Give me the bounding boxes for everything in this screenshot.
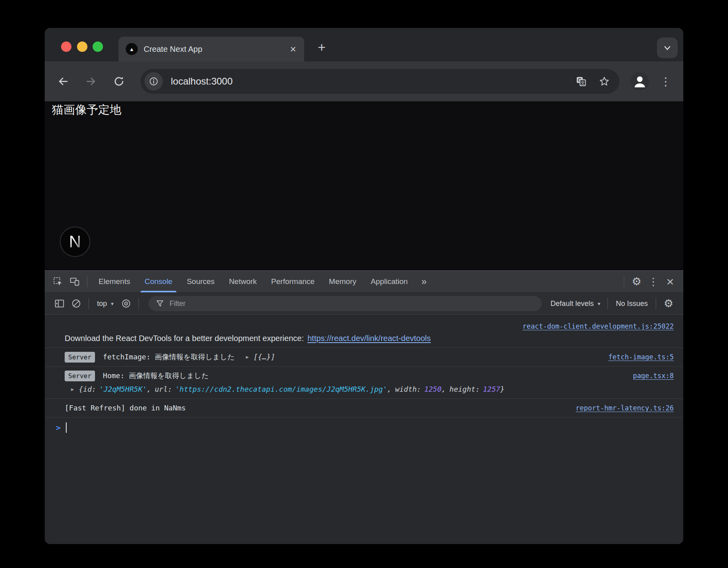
source-link[interactable]: report-hmr-latency.ts:26 [568,402,674,414]
fullscreen-window-button[interactable] [93,41,103,52]
context-selector[interactable]: top ▾ [93,300,118,308]
clear-console-button[interactable] [68,295,85,312]
reload-button[interactable] [110,73,128,90]
devtools-close-button[interactable]: × [662,273,679,290]
console-filter[interactable] [148,296,542,311]
browser-menu-button[interactable]: ⋮ [659,75,673,88]
gear-icon: ⚙ [664,298,673,309]
info-icon [149,77,158,86]
divider [656,298,656,309]
page-content: 猫画像予定地 N [45,101,683,270]
gear-icon: ⚙ [632,276,641,287]
source-link[interactable]: page.tsx:8 [625,370,674,382]
console-entry: Server fetchImage: 画像情報を取得しました ▶ [{…}] f… [45,348,683,367]
object-number-value: 1257 [483,383,500,395]
array-preview[interactable]: [{…}] [253,351,275,363]
object-key: width: [395,383,421,395]
bookmark-button[interactable] [599,76,610,87]
filter-input[interactable] [170,300,535,308]
site-info-button[interactable] [144,72,163,91]
chevron-down-icon: ▾ [597,301,600,307]
devtools-menu-button[interactable]: ⋮ [645,273,662,290]
comma: , [441,383,446,395]
expand-triangle-icon[interactable]: ▶ [71,383,74,395]
eye-icon [121,298,131,309]
log-levels-dropdown[interactable]: Default levels ▾ [547,300,603,308]
reload-icon [113,75,125,87]
close-window-button[interactable] [61,41,71,52]
inspect-element-button[interactable] [49,273,66,290]
address-bar[interactable]: localhost:3000 G 文 [140,69,619,94]
device-toolbar-button[interactable] [66,273,83,290]
tab-performance[interactable]: Performance [264,271,322,292]
browser-window: ▲ Create Next App × + [45,28,683,544]
devtools-panel: Elements Console Sources Network Perform… [45,270,683,544]
console-message: Home: 画像情報を取得しました [103,370,209,382]
expand-triangle-icon[interactable]: ▶ [246,351,249,363]
svg-text:文: 文 [581,81,585,85]
devtools-tab-bar: Elements Console Sources Network Perform… [45,271,683,293]
nextjs-logo: N [69,232,81,251]
tab-close-icon[interactable]: × [289,44,297,54]
console-entry: Server Home: 画像情報を取得しました page.tsx:8 ▶ { … [45,367,683,399]
divider [87,276,87,287]
url-text[interactable]: localhost:3000 [171,76,564,87]
console-entry: react-dom-client.development.js:25022 Do… [45,317,683,348]
translate-icon: G 文 [576,76,587,87]
object-key: id: [83,383,96,395]
divider [89,298,89,309]
chevron-down-icon [663,43,672,53]
console-sidebar-button[interactable] [51,295,68,312]
comma: , [387,383,392,395]
react-devtools-link[interactable]: https://react.dev/link/react-devtools [307,332,431,344]
console-toolbar: top ▾ Default levels ▾ [45,293,683,315]
clear-slash-icon [71,298,81,309]
console-messages: react-dom-client.development.js:25022 Do… [45,315,683,544]
object-string-value: 'https://cdn2.thecatapi.com/images/J2qM5… [175,383,387,395]
divider [624,276,624,287]
brace-open: { [79,383,83,395]
forward-button[interactable] [82,73,100,90]
console-message: fetchImage: 画像情報を取得しました [103,351,235,363]
tab-search-button[interactable] [657,37,678,58]
tab-strip: ▲ Create Next App × + [45,28,683,61]
back-arrow-icon [57,75,69,87]
console-message: [Fast Refresh] done in NaNms [65,402,186,414]
inspect-cursor-icon [53,276,63,287]
devtools-settings-button[interactable]: ⚙ [628,273,645,290]
close-icon: × [667,275,674,288]
nextjs-devtools-button[interactable]: N [60,227,90,257]
brace-close: } [500,383,504,395]
console-prompt[interactable]: > [45,418,683,438]
issues-counter[interactable]: No Issues [612,300,652,308]
tab-sources[interactable]: Sources [180,271,222,292]
translate-button[interactable]: G 文 [576,76,587,87]
console-settings-button[interactable]: ⚙ [660,295,677,312]
tab-elements[interactable]: Elements [91,271,137,292]
chevron-down-icon: ▾ [111,301,114,307]
devtools-tabbar-actions: ⚙ ⋮ × [620,273,683,290]
object-preview[interactable]: ▶ { id: 'J2qM5HR5K' , url: 'https://cdn2… [65,383,674,395]
server-badge: Server [65,352,95,363]
back-button[interactable] [54,73,72,90]
live-expression-button[interactable] [118,295,135,312]
profile-button[interactable] [631,72,649,91]
device-toolbar-icon [69,276,80,287]
object-key: height: [449,383,480,395]
browser-tab[interactable]: ▲ Create Next App × [119,37,304,61]
server-badge: Server [65,371,95,381]
tab-network[interactable]: Network [222,271,264,292]
sidebar-panel-icon [54,298,65,309]
object-string-value: 'J2qM5HR5K' [99,383,147,395]
nextjs-favicon-icon: ▲ [126,43,138,55]
tab-application[interactable]: Application [364,271,415,292]
source-link[interactable]: react-dom-client.development.js:25022 [514,320,674,332]
minimize-window-button[interactable] [77,41,87,52]
more-tabs-button[interactable]: » [415,276,433,287]
tab-memory[interactable]: Memory [322,271,364,292]
divider [138,298,139,309]
source-link[interactable]: fetch-image.ts:5 [600,351,674,363]
new-tab-button[interactable]: + [313,38,330,56]
tab-console[interactable]: Console [137,271,180,292]
tab-title: Create Next App [144,45,289,54]
